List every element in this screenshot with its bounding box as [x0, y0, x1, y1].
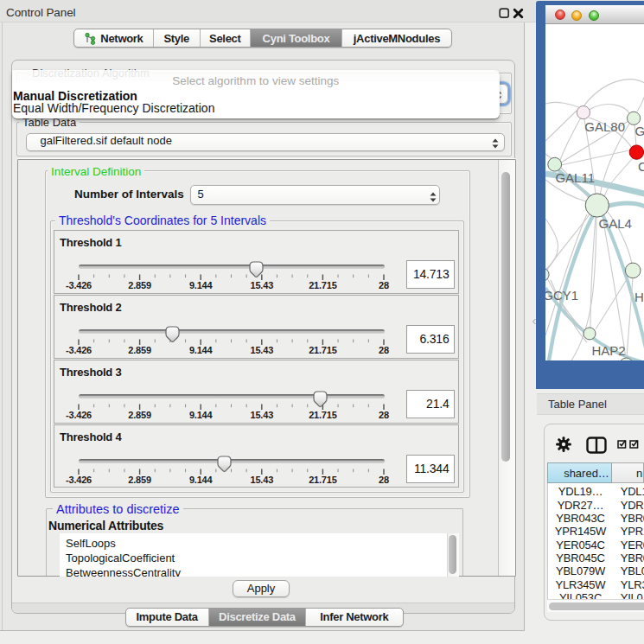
- svg-text:GAL4: GAL4: [599, 216, 632, 231]
- svg-text:GCY1: GCY1: [545, 287, 578, 302]
- svg-text:HI: HI: [634, 289, 644, 303]
- svg-text:GAL11: GAL11: [555, 170, 595, 185]
- svg-text:GAL80: GAL80: [584, 118, 625, 133]
- svg-text:GAL1: GAL1: [635, 124, 644, 138]
- svg-text:CL: CL: [638, 158, 644, 173]
- svg-text:HAP2: HAP2: [592, 342, 626, 357]
